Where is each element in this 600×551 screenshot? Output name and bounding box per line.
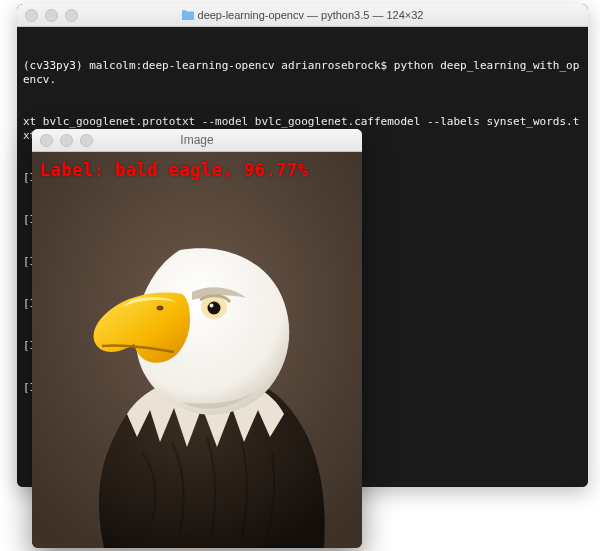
close-icon[interactable] bbox=[25, 9, 38, 22]
svg-point-1 bbox=[157, 306, 164, 311]
minimize-icon[interactable] bbox=[60, 134, 73, 147]
svg-point-4 bbox=[210, 304, 214, 308]
close-icon[interactable] bbox=[40, 134, 53, 147]
image-body: Label: bald eagle, 96.77% bbox=[32, 152, 362, 548]
image-titlebar[interactable]: Image bbox=[32, 129, 362, 152]
terminal-line: (cv33py3) malcolm:deep-learning-opencv a… bbox=[23, 59, 582, 87]
image-window: Image bbox=[32, 129, 362, 548]
minimize-icon[interactable] bbox=[45, 9, 58, 22]
terminal-title-text: deep-learning-opencv — python3.5 — 124×3… bbox=[198, 9, 424, 21]
terminal-title: deep-learning-opencv — python3.5 — 124×3… bbox=[182, 9, 424, 21]
folder-icon bbox=[182, 10, 194, 20]
classification-overlay-label: Label: bald eagle, 96.77% bbox=[40, 160, 308, 180]
image-window-title: Image bbox=[180, 133, 213, 147]
terminal-titlebar[interactable]: deep-learning-opencv — python3.5 — 124×3… bbox=[17, 4, 588, 27]
maximize-icon[interactable] bbox=[80, 134, 93, 147]
traffic-lights bbox=[40, 134, 93, 147]
bald-eagle-image bbox=[32, 152, 362, 548]
traffic-lights bbox=[25, 9, 78, 22]
maximize-icon[interactable] bbox=[65, 9, 78, 22]
svg-point-3 bbox=[208, 302, 221, 315]
